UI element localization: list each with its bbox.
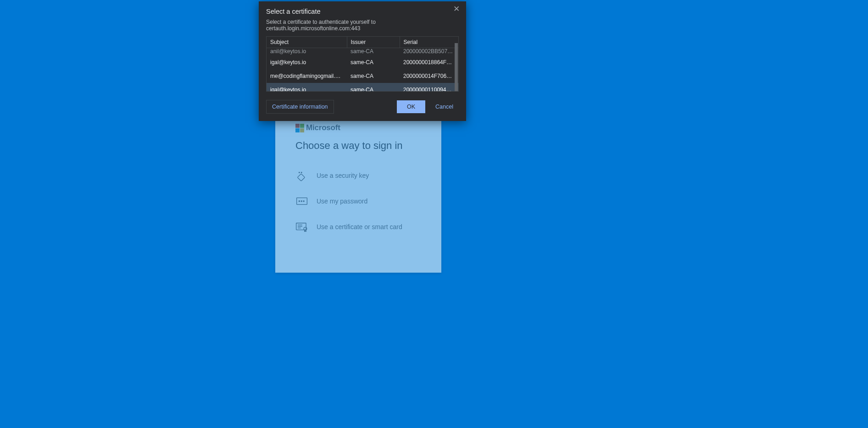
cell-subject: anil@keytos.io bbox=[267, 48, 347, 55]
cell-issuer: same-CA bbox=[347, 69, 400, 83]
security-key-icon bbox=[295, 169, 308, 182]
signin-title: Choose a way to sign in bbox=[295, 140, 421, 152]
svg-rect-2 bbox=[297, 174, 305, 181]
table-row[interactable]: anil@keytos.iosame-CA200000002BB5071E... bbox=[267, 48, 458, 55]
microsoft-logo: Microsoft bbox=[295, 123, 421, 132]
certificate-icon bbox=[295, 220, 308, 233]
scrollbar-handle[interactable] bbox=[455, 43, 458, 92]
signin-option-security-key[interactable]: Use a security key bbox=[295, 163, 421, 188]
cell-serial: 2000000014F706D... bbox=[400, 69, 458, 83]
signin-option-certificate[interactable]: Use a certificate or smart card bbox=[295, 214, 421, 240]
signin-option-label: Use my password bbox=[317, 198, 367, 205]
table-row[interactable]: igal@keytos.iosame-CA2000000018864F50... bbox=[267, 55, 458, 69]
microsoft-logo-text: Microsoft bbox=[306, 123, 340, 132]
signin-option-password[interactable]: Use my password bbox=[295, 188, 421, 214]
svg-point-6 bbox=[303, 201, 304, 202]
cell-issuer: same-CA bbox=[347, 55, 400, 69]
cell-issuer: same-CA bbox=[347, 83, 400, 91]
cell-serial: 200000002BB5071E... bbox=[400, 48, 458, 55]
dialog-subtitle: Select a certificate to authenticate you… bbox=[266, 19, 459, 32]
signin-option-label: Use a security key bbox=[317, 172, 369, 179]
microsoft-logo-icon bbox=[295, 124, 304, 132]
signin-option-label: Use a certificate or smart card bbox=[317, 223, 402, 230]
dialog-title: Select a certificate bbox=[266, 8, 459, 15]
close-icon[interactable]: ✕ bbox=[451, 4, 462, 14]
cell-subject: igal@keytos.io bbox=[267, 55, 347, 69]
table-row[interactable]: igal@keytos.iosame-CA20000000110094A9... bbox=[267, 83, 458, 91]
col-header-issuer[interactable]: Issuer bbox=[347, 37, 400, 48]
password-icon bbox=[295, 195, 308, 208]
cell-subject: igal@keytos.io bbox=[267, 83, 347, 91]
svg-point-1 bbox=[301, 172, 302, 173]
certificate-dialog: ✕ Select a certificate Select a certific… bbox=[259, 1, 466, 121]
svg-point-0 bbox=[299, 172, 300, 173]
cell-serial: 20000000110094A9... bbox=[400, 83, 458, 91]
ok-button[interactable]: OK bbox=[397, 100, 425, 113]
cell-serial: 2000000018864F50... bbox=[400, 55, 458, 69]
col-header-serial[interactable]: Serial bbox=[400, 37, 458, 48]
cell-issuer: same-CA bbox=[347, 48, 400, 55]
svg-point-5 bbox=[301, 201, 302, 202]
svg-point-4 bbox=[299, 201, 300, 202]
col-header-subject[interactable]: Subject bbox=[267, 37, 347, 48]
table-row[interactable]: me@codingflamingogmail.onmicr...same-CA2… bbox=[267, 69, 458, 83]
cell-subject: me@codingflamingogmail.onmicr... bbox=[267, 69, 347, 83]
cancel-button[interactable]: Cancel bbox=[430, 100, 459, 113]
certificate-information-button[interactable]: Certificate information bbox=[266, 100, 334, 114]
certificate-table: Subject Issuer Serial anil@keytos.iosame… bbox=[266, 36, 459, 92]
